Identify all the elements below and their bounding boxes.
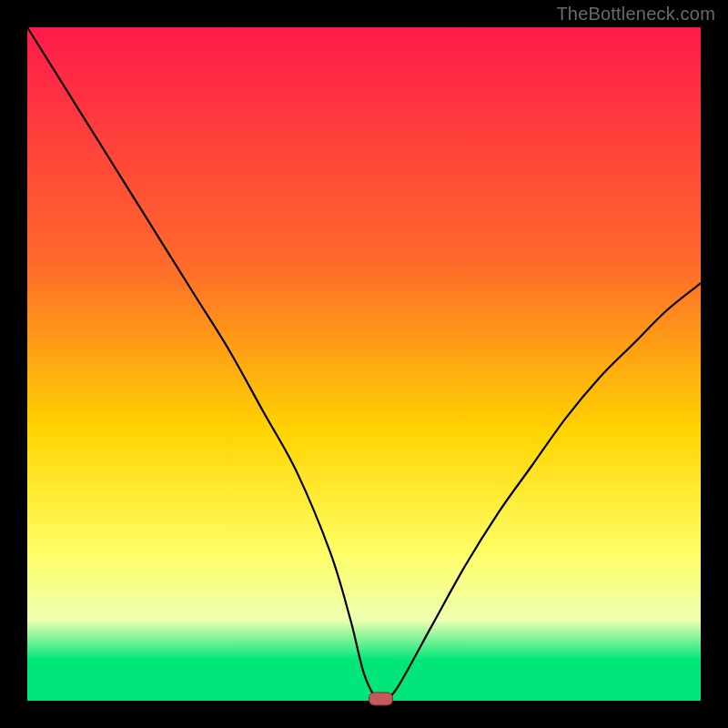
- optimal-marker: [369, 693, 393, 705]
- bottleneck-chart: [0, 0, 728, 728]
- chart-stage: TheBottleneck.com: [0, 0, 728, 728]
- plot-background: [27, 27, 701, 701]
- watermark-text: TheBottleneck.com: [556, 4, 715, 25]
